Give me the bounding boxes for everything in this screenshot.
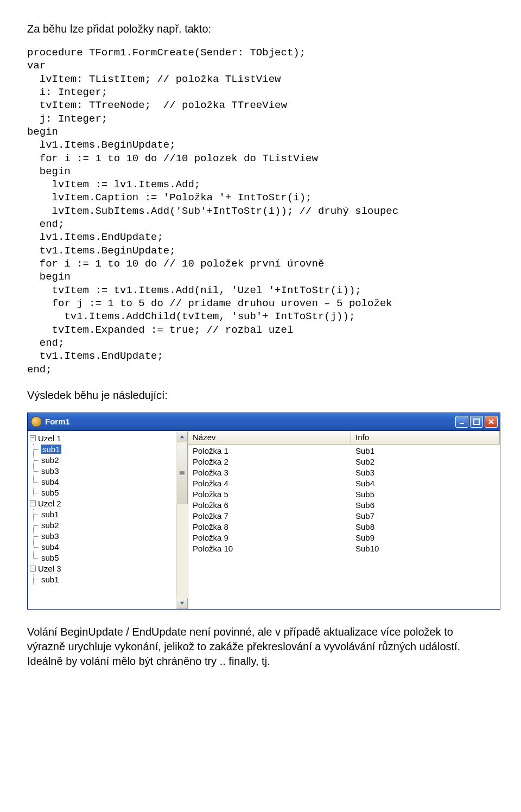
list-cell-name: Položka 4	[188, 478, 351, 489]
list-row[interactable]: Položka 10Sub10	[188, 543, 500, 554]
minimize-button[interactable]	[455, 416, 468, 428]
list-cell-info: Sub7	[351, 511, 500, 522]
code-line: for j := 1 to 5 do // pridame druhou uro…	[27, 297, 494, 310]
list-cell-name: Položka 2	[188, 456, 351, 467]
tree-leaf[interactable]: sub2	[39, 520, 176, 531]
list-cell-name: Položka 5	[188, 489, 351, 500]
svg-rect-0	[460, 423, 464, 424]
close-button[interactable]	[485, 416, 498, 428]
scroll-track[interactable]	[176, 442, 188, 598]
code-line: tvItem: TTreeNode; // položka TTreeView	[27, 99, 494, 112]
tree-leaf-label: sub1	[41, 445, 61, 454]
tree-node[interactable]: −Uzel 2	[29, 498, 176, 509]
result-label: Výsledek běhu je následující:	[27, 388, 494, 403]
list-cell-name: Položka 6	[188, 500, 351, 511]
code-block: procedure TForm1.FormCreate(Sender: TObj…	[27, 46, 494, 376]
listview-panel: Název Info Položka 1Sub1Položka 2Sub2Pol…	[188, 431, 500, 609]
list-cell-info: Sub5	[351, 489, 500, 500]
tree-node[interactable]: −Uzel 1	[29, 433, 176, 444]
list-cell-name: Položka 10	[188, 543, 351, 554]
list-cell-info: Sub9	[351, 532, 500, 543]
code-line: end;	[27, 337, 494, 350]
intro-text: Za běhu lze přidat položky např. takto:	[27, 22, 494, 36]
footer-paragraph: Volání BeginUpdate / EndUpdate není povi…	[27, 625, 494, 669]
tree-leaf[interactable]: sub3	[39, 466, 176, 477]
list-cell-name: Položka 1	[188, 446, 351, 456]
code-line: begin	[27, 165, 494, 178]
list-row[interactable]: Položka 5Sub5	[188, 489, 500, 500]
window-title: Form1	[45, 417, 455, 426]
list-cell-info: Sub1	[351, 446, 500, 456]
expander-icon[interactable]: −	[30, 435, 36, 441]
listview-header[interactable]: Název Info	[188, 431, 500, 445]
listview-body[interactable]: Položka 1Sub1Položka 2Sub2Položka 3Sub3P…	[188, 445, 500, 609]
list-cell-name: Položka 3	[188, 467, 351, 478]
list-row[interactable]: Položka 6Sub6	[188, 500, 500, 511]
code-line: procedure TForm1.FormCreate(Sender: TObj…	[27, 46, 494, 59]
scroll-down-button[interactable]	[176, 598, 188, 609]
tree-leaf[interactable]: sub5	[39, 553, 176, 563]
tree-leaf[interactable]: sub1	[39, 509, 176, 520]
list-row[interactable]: Položka 7Sub7	[188, 511, 500, 522]
list-cell-name: Položka 9	[188, 532, 351, 543]
tree-node[interactable]: −Uzel 3	[29, 563, 176, 574]
expander-icon[interactable]: −	[30, 500, 36, 506]
tree-leaf[interactable]: sub2	[39, 455, 176, 466]
code-line: tvItem.Expanded := true; // rozbal uzel	[27, 323, 494, 337]
column-header-name[interactable]: Název	[188, 431, 351, 444]
column-header-info[interactable]: Info	[351, 431, 500, 444]
list-row[interactable]: Položka 8Sub8	[188, 522, 500, 532]
tree-scrollbar[interactable]	[176, 431, 188, 609]
titlebar[interactable]: Form1	[28, 413, 500, 431]
code-line: for i := 1 to 10 do //10 polozek do TLis…	[27, 152, 494, 165]
svg-rect-1	[474, 419, 479, 424]
list-cell-info: Sub3	[351, 467, 500, 478]
list-row[interactable]: Položka 3Sub3	[188, 467, 500, 478]
list-cell-info: Sub2	[351, 456, 500, 467]
maximize-button[interactable]	[470, 416, 483, 428]
list-cell-name: Položka 8	[188, 522, 351, 532]
code-line: begin	[27, 125, 494, 138]
list-row[interactable]: Položka 1Sub1	[188, 446, 500, 456]
code-line: begin	[27, 270, 494, 283]
tree-leaf[interactable]: sub3	[39, 531, 176, 542]
app-icon	[31, 416, 42, 427]
list-row[interactable]: Položka 2Sub2	[188, 456, 500, 467]
code-line: for i := 1 to 10 do // 10 položek první …	[27, 257, 494, 270]
code-line: lvItem := lv1.Items.Add;	[27, 178, 494, 191]
list-row[interactable]: Položka 9Sub9	[188, 532, 500, 543]
code-line: end;	[27, 218, 494, 231]
tree-leaf[interactable]: sub1	[39, 574, 176, 585]
tree-node-label: Uzel 1	[38, 433, 61, 444]
code-line: tv1.Items.EndUpdate;	[27, 350, 494, 363]
expander-icon[interactable]: −	[30, 566, 36, 572]
tree-leaf[interactable]: sub4	[39, 542, 176, 553]
code-line: end;	[27, 363, 494, 376]
list-cell-info: Sub8	[351, 522, 500, 532]
code-line: i: Integer;	[27, 86, 494, 99]
list-cell-info: Sub10	[351, 543, 500, 554]
code-line: tv1.Items.AddChild(tvItem, 'sub'+ IntToS…	[27, 310, 494, 323]
list-cell-info: Sub4	[351, 478, 500, 489]
code-line: j: Integer;	[27, 112, 494, 125]
scroll-thumb[interactable]	[176, 442, 188, 504]
list-row[interactable]: Položka 4Sub4	[188, 478, 500, 489]
treeview[interactable]: −Uzel 1sub1sub2sub3sub4sub5−Uzel 2sub1su…	[28, 431, 176, 609]
tree-leaf[interactable]: sub1	[39, 444, 176, 455]
code-line: lv1.Items.EndUpdate;	[27, 231, 494, 244]
code-line: var	[27, 59, 494, 72]
treeview-panel: −Uzel 1sub1sub2sub3sub4sub5−Uzel 2sub1su…	[28, 431, 188, 609]
code-line: tv1.Items.BeginUpdate;	[27, 244, 494, 257]
code-line: lvItem: TListItem; // položka TListView	[27, 73, 494, 86]
list-cell-name: Položka 7	[188, 511, 351, 522]
scroll-up-button[interactable]	[176, 431, 188, 442]
tree-node-label: Uzel 3	[38, 563, 61, 574]
code-line: lv1.Items.BeginUpdate;	[27, 138, 494, 151]
tree-node-label: Uzel 2	[38, 498, 61, 509]
tree-leaf[interactable]: sub5	[39, 487, 176, 498]
code-line: tvItem := tv1.Items.Add(nil, 'Uzel '+Int…	[27, 284, 494, 297]
code-line: lvItem.Caption := 'Položka '+ IntToStr(i…	[27, 191, 494, 204]
tree-leaf[interactable]: sub4	[39, 477, 176, 487]
list-cell-info: Sub6	[351, 500, 500, 511]
code-line: lvItem.SubItems.Add('Sub'+IntToStr(i)); …	[27, 205, 494, 218]
